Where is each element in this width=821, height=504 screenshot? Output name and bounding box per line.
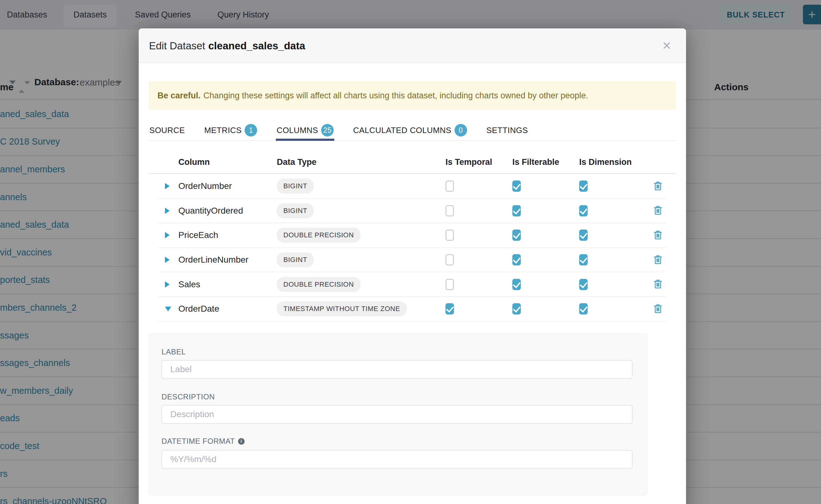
is-filterable-checkbox[interactable] — [512, 180, 521, 192]
datetime-format-field-label: DATETIME FORMAT i — [161, 437, 633, 446]
delete-column-icon[interactable] — [653, 230, 663, 241]
data-type-pill: TIMESTAMP WITHOUT TIME ZONE — [277, 301, 407, 316]
expand-caret-icon[interactable] — [165, 281, 170, 288]
is-filterable-checkbox[interactable] — [512, 230, 521, 241]
close-icon[interactable]: ✕ — [660, 39, 674, 53]
columns-table-body: OrderNumber BIGINT QuantityOrdered BIGIN… — [158, 174, 666, 322]
header-is-filterable: Is Filterable — [512, 157, 579, 167]
modal-tabs: SOURCE METRICS 1 COLUMNS 25 CALCULATED C… — [149, 120, 676, 141]
expand-caret-icon[interactable] — [165, 257, 170, 263]
is-temporal-checkbox[interactable] — [446, 230, 454, 241]
description-field-label: DESCRIPTION — [161, 393, 633, 401]
columns-table-header: Column Data Type Is Temporal Is Filterab… — [158, 153, 666, 171]
tab-calculated-columns[interactable]: CALCULATED COLUMNS 0 — [352, 120, 468, 140]
columns-table-divider — [149, 173, 676, 174]
edit-dataset-modal: Edit Dataset cleaned_sales_data ✕ Be car… — [139, 28, 686, 504]
column-name: OrderNumber — [178, 181, 277, 191]
column-name: Sales — [178, 279, 277, 289]
is-dimension-checkbox[interactable] — [579, 180, 588, 192]
column-row: OrderNumber BIGINT — [158, 174, 666, 199]
is-temporal-checkbox[interactable] — [446, 279, 454, 290]
info-icon[interactable]: i — [238, 438, 245, 445]
header-is-temporal: Is Temporal — [446, 157, 512, 167]
header-is-dimension: Is Dimension — [579, 157, 650, 167]
is-temporal-checkbox[interactable] — [446, 254, 454, 265]
tab-count-badge: 1 — [245, 124, 257, 136]
warning-banner: Be careful. Changing these settings will… — [149, 81, 676, 110]
is-dimension-checkbox[interactable] — [579, 205, 588, 216]
tab-metrics[interactable]: METRICS 1 — [204, 120, 258, 140]
description-input[interactable] — [161, 405, 633, 424]
data-type-pill: BIGINT — [277, 203, 314, 218]
column-row: QuantityOrdered BIGINT — [158, 199, 666, 224]
delete-column-icon[interactable] — [653, 279, 663, 290]
data-type-pill: BIGINT — [277, 179, 314, 194]
warning-banner-text: Changing these settings will affect all … — [203, 91, 588, 101]
column-row: PriceEach DOUBLE PRECISION — [158, 223, 666, 248]
data-type-pill: DOUBLE PRECISION — [277, 228, 360, 243]
expand-caret-icon[interactable] — [165, 183, 170, 189]
label-input[interactable] — [161, 360, 633, 379]
is-dimension-checkbox[interactable] — [579, 254, 588, 265]
modal-header: Edit Dataset cleaned_sales_data ✕ — [139, 28, 686, 63]
column-name: OrderDate — [178, 304, 277, 314]
is-filterable-checkbox[interactable] — [512, 205, 521, 216]
column-name: QuantityOrdered — [178, 206, 277, 216]
label-field-label: LABEL — [161, 348, 633, 356]
expand-caret-icon[interactable] — [165, 307, 171, 311]
expand-caret-icon[interactable] — [165, 208, 170, 214]
data-type-pill: BIGINT — [277, 252, 314, 267]
tab-count-badge: 25 — [321, 124, 334, 136]
is-filterable-checkbox[interactable] — [512, 254, 521, 265]
column-row: OrderDate TIMESTAMP WITHOUT TIME ZONE — [158, 297, 666, 322]
expand-caret-icon[interactable] — [165, 232, 170, 238]
modal-title: Edit Dataset cleaned_sales_data — [149, 28, 305, 63]
tab-source[interactable]: SOURCE — [149, 120, 185, 140]
warning-banner-bold: Be careful. — [157, 91, 200, 101]
delete-column-icon[interactable] — [653, 180, 663, 192]
is-temporal-checkbox[interactable] — [446, 180, 454, 192]
is-dimension-checkbox[interactable] — [579, 230, 588, 241]
is-temporal-checkbox[interactable] — [446, 205, 454, 216]
is-temporal-checkbox[interactable] — [446, 303, 454, 314]
modal-title-dataset-name: cleaned_sales_data — [208, 40, 305, 52]
delete-column-icon[interactable] — [653, 254, 663, 266]
column-row: Sales DOUBLE PRECISION — [158, 272, 666, 297]
is-filterable-checkbox[interactable] — [512, 279, 521, 290]
is-filterable-checkbox[interactable] — [512, 303, 521, 314]
tab-settings[interactable]: SETTINGS — [486, 120, 529, 140]
column-settings-panel: LABEL DESCRIPTION DATETIME FORMAT i — [149, 334, 647, 495]
column-name: OrderLineNumber — [178, 255, 277, 265]
delete-column-icon[interactable] — [653, 205, 663, 216]
tab-columns[interactable]: COLUMNS 25 — [276, 120, 334, 140]
data-type-pill: DOUBLE PRECISION — [277, 277, 360, 292]
modal-title-prefix: Edit Dataset — [149, 40, 205, 52]
tab-count-badge: 0 — [455, 124, 467, 136]
header-data-type: Data Type — [277, 157, 446, 167]
is-dimension-checkbox[interactable] — [579, 303, 588, 314]
column-row: OrderLineNumber BIGINT — [158, 248, 666, 273]
datetime-format-input[interactable] — [161, 450, 633, 469]
delete-column-icon[interactable] — [653, 303, 663, 315]
header-column: Column — [178, 157, 277, 167]
is-dimension-checkbox[interactable] — [579, 279, 588, 290]
column-name: PriceEach — [178, 230, 277, 240]
